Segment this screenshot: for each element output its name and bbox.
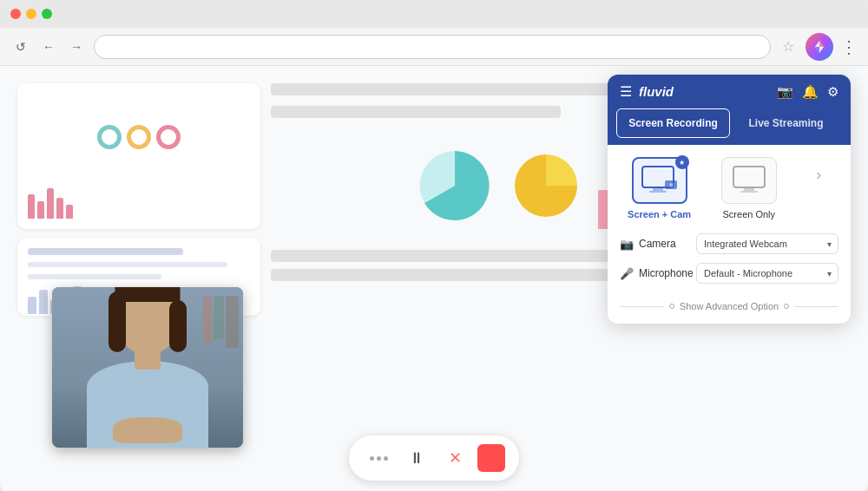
pause-button[interactable]: ⏸ (401, 442, 432, 474)
donut-3 (156, 125, 181, 149)
browser-window: ↺ ← → ☆ ⋮ (0, 0, 868, 491)
tab-live-streaming[interactable]: Live Streaming (730, 108, 842, 138)
svg-rect-4 (649, 191, 667, 193)
badge-star: ★ (675, 155, 689, 169)
svg-rect-9 (744, 187, 754, 191)
mode-screen-cam[interactable]: ★ (620, 157, 699, 219)
yellow-pie-chart (511, 151, 581, 220)
camera-select[interactable]: Integrated Webcam (696, 233, 838, 254)
svg-rect-3 (653, 187, 663, 191)
maximize-button[interactable] (42, 9, 52, 19)
advanced-dot-left (669, 304, 674, 309)
panel-tabs: Screen Recording Live Streaming (608, 108, 851, 145)
svg-rect-10 (740, 191, 758, 193)
camera-field-label: 📷 Camera (620, 238, 689, 251)
bookmark-icon[interactable]: ☆ (778, 36, 799, 57)
microphone-select-wrapper[interactable]: Default - Microphone ▾ (696, 263, 838, 284)
svg-point-7 (669, 183, 673, 187)
hamburger-icon[interactable]: ☰ (620, 83, 632, 100)
donut-2 (127, 125, 151, 149)
mini-bar-2 (39, 290, 48, 314)
panel-header-right: 📷 🔔 ⚙ (777, 84, 838, 100)
panel-body: ★ (608, 145, 851, 324)
screen-only-icon-wrapper (721, 157, 777, 204)
reload-button[interactable]: ↺ (10, 36, 31, 57)
browser-content: ⏸ ✕ ☰ fluvid 📷 🔔 ⚙ Screen Recording (0, 66, 868, 491)
recording-controls: ⏸ ✕ (349, 435, 519, 481)
cancel-button[interactable]: ✕ (439, 442, 470, 474)
stop-button[interactable] (477, 444, 505, 472)
camera-select-wrapper[interactable]: Integrated Webcam ▾ (696, 233, 838, 254)
webcam-overlay (52, 287, 243, 448)
mini-bar-1 (28, 297, 36, 314)
browser-menu-icon[interactable]: ⋮ (840, 36, 858, 57)
widget-card-1 (17, 83, 260, 229)
screen-cam-icon-wrapper: ★ (632, 157, 687, 204)
more-options-button[interactable] (363, 442, 394, 474)
browser-titlebar (0, 0, 868, 28)
panel-header: ☰ fluvid 📷 🔔 ⚙ (608, 75, 851, 108)
content-line-4 (271, 269, 619, 281)
minimize-button[interactable] (26, 9, 36, 19)
mode-screen-only[interactable]: Screen Only (709, 157, 788, 219)
advanced-options-row[interactable]: Show Advanced Option (620, 301, 838, 311)
close-button[interactable] (10, 9, 21, 19)
advanced-line-right (794, 306, 838, 307)
tab-screen-recording[interactable]: Screen Recording (616, 108, 730, 138)
bar-1 (28, 194, 35, 219)
bar-3 (47, 188, 54, 219)
screen-cam-icon (641, 165, 679, 196)
microphone-field-label: 🎤 Microphone (620, 267, 689, 280)
dot-2 (377, 456, 381, 461)
browser-toolbar: ↺ ← → ☆ ⋮ (0, 28, 868, 66)
screen-only-label: Screen Only (723, 209, 776, 219)
advanced-dot-right (784, 304, 789, 309)
settings-icon[interactable]: ⚙ (827, 84, 838, 100)
mode-selector: ★ (620, 157, 838, 219)
dot-1 (370, 456, 374, 461)
teal-pie-chart (416, 147, 494, 225)
fluvid-panel: ☰ fluvid 📷 🔔 ⚙ Screen Recording Live Str… (608, 75, 851, 324)
microphone-field-row: 🎤 Microphone Default - Microphone ▾ (620, 263, 838, 284)
dot-3 (384, 456, 388, 461)
advanced-line-left (620, 306, 664, 307)
bar-5 (66, 205, 73, 219)
bell-icon[interactable]: 🔔 (802, 84, 819, 100)
panel-header-left: ☰ fluvid (620, 83, 674, 100)
camera-field-row: 📷 Camera Integrated Webcam ▾ (620, 233, 838, 254)
camera-header-icon[interactable]: 📷 (777, 84, 793, 100)
svg-rect-8 (733, 167, 765, 187)
address-bar[interactable] (94, 35, 771, 59)
forward-button[interactable]: → (66, 36, 87, 57)
bar-4 (56, 198, 63, 219)
screen-only-icon (730, 165, 768, 196)
screen-cam-label: Screen + Cam (628, 209, 691, 219)
donut-1 (97, 125, 122, 149)
microphone-icon: 🎤 (620, 267, 634, 280)
back-button[interactable]: ← (38, 36, 59, 57)
fluvid-logo: fluvid (639, 84, 674, 99)
content-line-2 (271, 106, 561, 118)
mode-more: › (799, 157, 838, 184)
webcam-video (52, 287, 243, 448)
extension-button[interactable] (806, 33, 833, 61)
camera-icon: 📷 (620, 238, 634, 251)
microphone-select[interactable]: Default - Microphone (696, 263, 838, 284)
left-sidebar (17, 83, 260, 316)
advanced-options-label: Show Advanced Option (680, 301, 779, 311)
bar-2 (37, 201, 44, 219)
